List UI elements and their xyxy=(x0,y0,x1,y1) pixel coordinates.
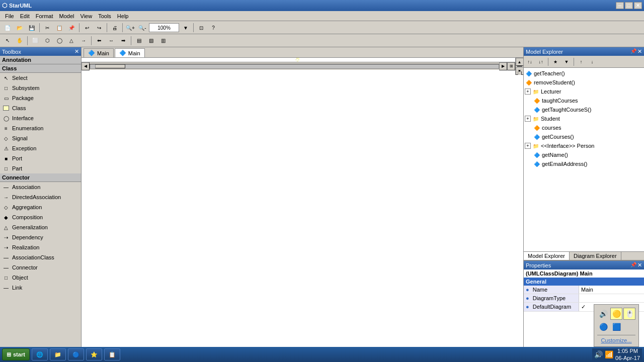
tree-expand-lecturer[interactable]: + xyxy=(525,88,531,95)
draw-tool-4[interactable]: △ xyxy=(66,35,77,46)
menu-format[interactable]: Format xyxy=(33,12,56,20)
tree-item-getemailaddress[interactable]: 🔷 getEmailAddress() xyxy=(525,159,643,168)
align-left[interactable]: ⬅ xyxy=(94,35,105,46)
tree-item-removestudent[interactable]: 🔶 removeStudent() xyxy=(525,78,643,87)
draw-tool-1[interactable]: ⬜ xyxy=(30,35,41,46)
toolbox-select[interactable]: ↖ Select xyxy=(0,73,81,83)
toolbox-section-class[interactable]: Class xyxy=(0,64,81,73)
copy-button[interactable]: 📋 xyxy=(54,22,65,33)
close-button[interactable]: ✕ xyxy=(634,2,642,9)
toolbox-composition[interactable]: ◆ Composition xyxy=(0,212,81,222)
draw-tool-2[interactable]: ⬡ xyxy=(42,35,53,46)
me-filter-button[interactable]: ▼ xyxy=(561,57,572,66)
tree-item-lecturer[interactable]: + 📁 Lecturer xyxy=(525,87,643,96)
tree-item-gettaughtcourses[interactable]: 🔷 getTaughtCourseS() xyxy=(525,105,643,114)
me-sort2-button[interactable]: ↓↑ xyxy=(536,57,546,66)
format-tool-3[interactable]: ▥ xyxy=(157,35,169,46)
systray-icon-cursor[interactable]: 🖱️ xyxy=(623,308,635,320)
maximize-button[interactable]: □ xyxy=(625,2,633,9)
props-close-button[interactable]: ✕ xyxy=(637,262,642,268)
taskbar-chrome[interactable]: 🔵 xyxy=(68,348,84,360)
tab-diagram-explorer[interactable]: Diagram Explorer xyxy=(570,252,621,260)
systray-icon-display[interactable]: 🟦 xyxy=(610,321,622,333)
toolbox-exception[interactable]: ⚠ Exception xyxy=(0,143,81,153)
tree-item-person[interactable]: + 📁 <<Interface>> Person xyxy=(525,141,643,150)
diagram-tab-1[interactable]: 🔷 Main xyxy=(115,48,145,57)
scroll-up-button[interactable]: ▲ xyxy=(516,58,524,66)
me-up-button[interactable]: ↑ xyxy=(576,57,586,66)
tree-item-getteacher[interactable]: 🔷 getTeacher() xyxy=(525,69,643,78)
me-sort-button[interactable]: ↑↓ xyxy=(525,57,535,66)
menu-tools[interactable]: Tools xyxy=(95,12,114,20)
toolbox-realization[interactable]: ⇢ Realization xyxy=(0,242,81,252)
paste-button[interactable]: 📌 xyxy=(66,22,77,33)
menu-model[interactable]: Model xyxy=(56,12,77,20)
toolbox-part[interactable]: □ Part xyxy=(0,163,81,173)
scroll-thumb-h[interactable] xyxy=(95,64,125,68)
save-button[interactable]: 💾 xyxy=(26,22,37,33)
vertical-scrollbar[interactable]: ▲ ▼ xyxy=(515,58,523,75)
toolbox-interface[interactable]: ◯ Interface xyxy=(0,113,81,123)
toolbox-aggregation[interactable]: ◇ Aggregation xyxy=(0,202,81,212)
tree-expand-person[interactable]: + xyxy=(525,143,531,149)
scroll-track-v[interactable] xyxy=(517,66,522,67)
systray-icon-network[interactable]: 🔵 xyxy=(597,321,609,333)
toolbox-link[interactable]: — Link xyxy=(0,283,81,293)
toolbox-signal[interactable]: ◇ Signal xyxy=(0,133,81,143)
toolbox-association[interactable]: — Association xyxy=(0,182,81,192)
select-tool[interactable]: ↖ xyxy=(2,35,13,46)
fit-button[interactable]: ⊡ xyxy=(196,22,207,33)
toolbox-section-connector[interactable]: Connector xyxy=(0,173,81,182)
systray-customize-link[interactable]: Customize... xyxy=(597,335,635,343)
new-button[interactable]: 📄 xyxy=(2,22,13,33)
cut-button[interactable]: ✂ xyxy=(42,22,53,33)
zoom-fit-button[interactable]: ⊞ xyxy=(507,62,515,70)
menu-file[interactable]: File xyxy=(2,12,17,20)
tree-item-getname[interactable]: 🔷 getName() xyxy=(525,150,643,159)
toolbox-association-class[interactable]: — AssociationClass xyxy=(0,252,81,262)
toolbox-directed-association[interactable]: → DirectedAssociation xyxy=(0,192,81,202)
minimize-button[interactable]: ─ xyxy=(616,2,624,9)
toolbox-close[interactable]: ✕ xyxy=(74,48,79,55)
draw-tool-3[interactable]: ◯ xyxy=(54,35,65,46)
tree-expand-student[interactable]: + xyxy=(525,116,531,122)
tree-item-taughtcourses[interactable]: 🔶 taughtCourses xyxy=(525,96,643,105)
me-pin-button[interactable]: 📌 xyxy=(630,48,636,55)
scroll-thumb-v[interactable] xyxy=(518,71,522,75)
draw-tool-5[interactable]: → xyxy=(78,35,89,46)
props-value-name[interactable]: Main xyxy=(579,286,644,294)
hand-tool[interactable]: ✋ xyxy=(14,35,25,46)
align-center[interactable]: ↔ xyxy=(106,35,117,46)
systray-icon-highlighted-1[interactable]: 🟡 xyxy=(610,308,622,320)
me-new-button[interactable]: ★ xyxy=(550,57,560,66)
tree-item-getcourses[interactable]: 🔷 getCourses() xyxy=(525,132,643,141)
toolbox-port[interactable]: ■ Port xyxy=(0,153,81,163)
toolbox-object[interactable]: □ Object xyxy=(0,273,81,283)
zoom-dropdown[interactable]: ▼ xyxy=(180,22,191,33)
diagram-canvas[interactable]: +students: List +teacher: Lecturer +addS… xyxy=(82,58,515,62)
format-tool-2[interactable]: ▧ xyxy=(145,35,156,46)
horizontal-scrollbar[interactable]: ◀ ▶ ⊞ xyxy=(82,62,515,70)
print-button[interactable]: 🖨 xyxy=(109,22,120,33)
help-button[interactable]: ? xyxy=(208,22,219,33)
systray-icon-volume[interactable]: 🔊 xyxy=(597,308,609,320)
format-tool-1[interactable]: ▤ xyxy=(133,35,144,46)
taskbar-explorer[interactable]: 📁 xyxy=(50,348,66,360)
taskbar-staruml[interactable]: ⭐ xyxy=(86,348,102,360)
tab-model-explorer[interactable]: Model Explorer xyxy=(524,252,570,260)
toolbox-package[interactable]: ▭ Package xyxy=(0,93,81,103)
menu-view[interactable]: View xyxy=(77,12,96,20)
menu-edit[interactable]: Edit xyxy=(17,12,33,20)
align-right[interactable]: ➡ xyxy=(118,35,129,46)
toolbox-dependency[interactable]: ⇢ Dependency xyxy=(0,232,81,242)
start-button[interactable]: ⊞ start xyxy=(2,348,30,360)
open-button[interactable]: 📂 xyxy=(14,22,25,33)
tree-item-student[interactable]: + 📁 Student xyxy=(525,114,643,123)
toolbox-generalization[interactable]: △ Generalization xyxy=(0,222,81,232)
taskbar-app5[interactable]: 📋 xyxy=(104,348,120,360)
systray-vol[interactable]: 🔊 xyxy=(594,350,603,358)
tree-item-courses[interactable]: 🔶 courses xyxy=(525,123,643,132)
props-pin-button[interactable]: 📌 xyxy=(630,262,636,268)
scroll-right-button[interactable]: ▶ xyxy=(499,62,507,70)
toolbox-subsystem[interactable]: □ Subsystem xyxy=(0,83,81,93)
